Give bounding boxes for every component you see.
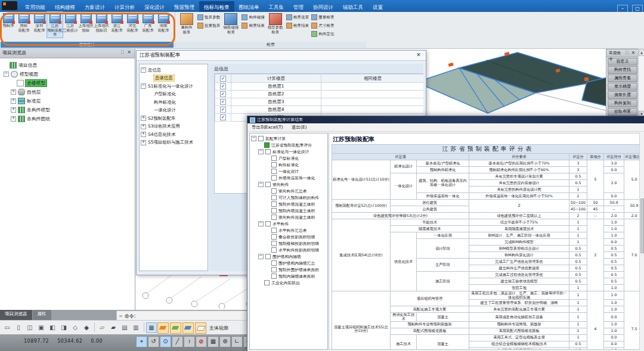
ribbon-button-深圳装配率[interactable]: 深圳装配率: [32, 12, 47, 33]
tree-item-预制楼梯投影面积明细[interactable]: 预制楼梯投影面积明细: [250, 240, 327, 247]
status-toggle-icon-4[interactable]: ≀: [184, 336, 195, 347]
ribbon-button-浙江装配率[interactable]: 浙江装配率: [109, 12, 125, 33]
floor-checkbox[interactable]: ✔: [220, 83, 226, 89]
ribbon-button-钢筋碰撞检查[interactable]: 钢筋碰撞检查: [221, 12, 240, 35]
status-toggle-icon-1[interactable]: ↺: [148, 336, 159, 347]
tree-checkbox[interactable]: [271, 234, 277, 240]
menu-item-退出(E)[interactable]: 退出(E): [287, 125, 311, 131]
tree-item-户型标准化[interactable]: 户型标准化: [140, 91, 208, 99]
view-tool-icon-4[interactable]: ◧: [47, 322, 58, 333]
tree-item-预制内墙混凝土体积[interactable]: 预制内墙混凝土体积: [250, 207, 327, 214]
tree-item-项目信息[interactable]: 项目信息: [2, 61, 135, 70]
expand-icon[interactable]: +: [141, 140, 146, 145]
ribbon-button-检查设置[interactable]: 检查设置: [286, 14, 309, 20]
ribbon-button-江苏三板统计[interactable]: 江苏三板统计: [63, 12, 78, 33]
floor-checkbox[interactable]: ✔: [220, 107, 226, 113]
tree-item-外墙保温装饰一体化[interactable]: 外墙保温装饰一体化: [250, 175, 327, 181]
view-tool-icon-7[interactable]: ◆: [81, 322, 92, 333]
view-tool-icon-5[interactable]: ◨: [58, 322, 69, 333]
tree-item-单构件图纸[interactable]: +单构件图纸: [2, 114, 135, 123]
ribbon-button-国标装配率[interactable]: 国标装配率: [16, 12, 32, 33]
tree-item-竖向构件汇总表[interactable]: 竖向构件汇总表: [250, 188, 327, 194]
dock-tab-属性[interactable]: 属性: [33, 310, 51, 320]
tree-item-总信息[interactable]: −总信息: [140, 66, 208, 74]
tree-checkbox[interactable]: [271, 274, 277, 279]
view-tool-icon-14[interactable]: ▦: [146, 322, 157, 333]
display-style-icon-bl[interactable]: [182, 322, 194, 334]
expand-icon[interactable]: +: [141, 132, 146, 137]
tree-checkbox[interactable]: [271, 175, 277, 181]
collapse-icon[interactable]: −: [141, 67, 146, 73]
ribbon-tab-8[interactable]: 工具集: [264, 1, 289, 13]
tree-item-自然层[interactable]: +自然层: [2, 88, 135, 97]
tree-item-水平构件汇总表[interactable]: 水平构件汇总表: [250, 227, 327, 234]
dialog-titlebar[interactable]: 江苏省预制装配率 ✕: [137, 51, 426, 61]
ribbon-button-单构件验算[interactable]: 单构件验算: [177, 12, 196, 35]
tree-item-水平构件[interactable]: −水平构件: [250, 220, 327, 227]
ribbon-tab-4[interactable]: 深化设计: [140, 1, 169, 13]
view-scrollbar[interactable]: ▲ ▼: [638, 49, 644, 117]
floor-checkbox[interactable]: ✔: [220, 99, 226, 105]
expand-icon[interactable]: +: [11, 107, 16, 113]
collapse-icon[interactable]: −: [251, 136, 256, 141]
ribbon-tab-12[interactable]: 设置: [368, 1, 388, 13]
view-tool-icon-0[interactable]: ▭: [2, 322, 13, 333]
collapse-icon[interactable]: −: [258, 221, 264, 226]
ribbon-tab-7[interactable]: 图纸清单: [234, 1, 264, 13]
tree-checkbox[interactable]: [271, 241, 277, 246]
command-button-属性查看[interactable]: 属性查看: [608, 74, 637, 82]
pin-icon[interactable]: ⎕: [119, 49, 126, 58]
floor-checkbox[interactable]: ✔: [220, 114, 226, 120]
tree-checkbox[interactable]: [265, 254, 271, 259]
tree-item-S4信息化技术[interactable]: +S4信息化技术: [140, 131, 208, 139]
tree-item-预制外围护墙体表面积[interactable]: 预制外围护墙体表面积: [250, 266, 327, 273]
scroll-up-icon[interactable]: ▲: [639, 49, 644, 56]
status-toggle-icon-6[interactable]: ▦: [208, 336, 219, 347]
close-icon[interactable]: ✕: [126, 49, 132, 58]
tree-checkbox[interactable]: [271, 228, 277, 233]
menu-item-导出到Excel(T)[interactable]: 导出到Excel(T): [247, 125, 287, 131]
tree-item-标准层[interactable]: +标准层: [2, 97, 135, 105]
display-style-icon-wh[interactable]: [195, 322, 206, 334]
tree-item-围护墙和内隔墙[interactable]: −围护墙和内隔墙: [250, 253, 327, 260]
status-toggle-icon-8[interactable]: ∟: [231, 336, 243, 347]
status-toggle-icon-7[interactable]: ⊕: [219, 336, 231, 347]
tree-item-竖向构件混凝土体积[interactable]: 竖向构件混凝土体积: [250, 214, 327, 220]
collapse-icon[interactable]: −: [4, 72, 9, 77]
tree-item-一体化设计[interactable]: 一体化设计: [140, 107, 208, 115]
ribbon-tab-10[interactable]: 协同设计: [308, 1, 338, 13]
view-tool-icon-3[interactable]: ▣: [36, 322, 47, 333]
ribbon-button-批量验算[interactable]: 批量验算: [197, 23, 220, 29]
tree-item-单构件模型[interactable]: +单构件模型: [2, 105, 135, 114]
tree-item-模型视图[interactable]: −模型视图: [2, 70, 135, 79]
tree-item-预制外墙混凝土体积[interactable]: 预制外墙混凝土体积: [250, 201, 327, 207]
tree-checkbox[interactable]: [271, 201, 277, 207]
tree-checkbox[interactable]: [271, 162, 277, 167]
tree-item-S1标准化与一体化设计[interactable]: −S1标准化与一体化设计: [140, 82, 208, 91]
expand-icon[interactable]: +: [11, 116, 16, 122]
ribbon-button-验算参数[interactable]: 验算参数: [197, 14, 220, 20]
scrollbar-handle[interactable]: [640, 198, 644, 253]
floor-checkbox[interactable]: ✔: [220, 91, 226, 97]
tree-item-构件标准化[interactable]: 构件标准化: [140, 98, 208, 107]
tree-item-S3绿色技术应用[interactable]: +S3绿色技术应用: [140, 123, 208, 131]
tree-item-水平构件投影面积明细[interactable]: 水平构件投影面积明细: [250, 247, 327, 253]
expand-icon[interactable]: +: [11, 98, 16, 104]
dialog-titlebar[interactable]: 江苏预制装配率计算结果: [247, 116, 644, 123]
command-button-拾取布置[interactable]: 拾取布置: [608, 108, 637, 116]
ribbon-tab-1[interactable]: 结构建模: [50, 1, 80, 13]
ribbon-button-构件定位[interactable]: 构件定位: [311, 31, 334, 37]
tree-item-全楼模型[interactable]: 全楼模型: [2, 79, 135, 88]
status-toggle-icon-3[interactable]: ╱: [172, 336, 183, 347]
dock-tab-项目浏览器[interactable]: 项目浏览器: [0, 310, 32, 320]
ribbon-button-尺寸检查[interactable]: 尺寸检查: [311, 23, 334, 29]
tree-item-S2预制装配率[interactable]: +S2预制装配率: [140, 114, 208, 123]
ribbon-button-构件碰撞[interactable]: 构件碰撞: [242, 14, 264, 20]
tree-checkbox[interactable]: [271, 267, 277, 272]
tree-item-竖向构件[interactable]: −竖向构件: [250, 181, 327, 188]
tree-item-装配率计算[interactable]: −装配率计算: [250, 135, 327, 142]
command-button-显示精度[interactable]: 显示精度: [608, 83, 637, 91]
ribbon-button-检查结果[interactable]: 检查结果: [286, 23, 309, 29]
display-style-icon-or[interactable]: [157, 322, 169, 334]
tree-checkbox[interactable]: [271, 195, 277, 200]
